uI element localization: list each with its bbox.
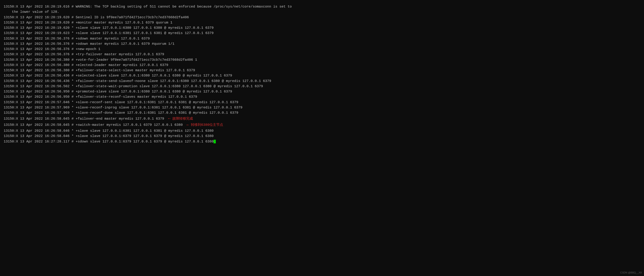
log-line: 13150:X 13 Apr 2022 16:20:19.620 * +slav…	[4, 25, 640, 31]
watermark: CSDN @BBQ__X8	[620, 271, 642, 275]
cursor	[214, 140, 216, 143]
log-line-annotated: 13150:X 13 Apr 2022 16:26:58.045 # +swit…	[4, 122, 640, 128]
log-line: 13150:X 13 Apr 2022 16:26:56.436 # +sele…	[4, 73, 640, 78]
log-line: 13150:X 13 Apr 2022 16:26:56.436 * +fail…	[4, 79, 640, 84]
log-line: 13150:X 13 Apr 2022 16:26:56.950 # +fail…	[4, 94, 640, 100]
log-line: 13150:X 13 Apr 2022 16:26:56.376 # +try-…	[4, 52, 640, 57]
log-line-annotated: 13150:X 13 Apr 2022 16:26:58.045 # +fail…	[4, 116, 640, 122]
annotation-label: 转移到6380位主节点	[191, 122, 223, 128]
log-line: 13150:X 13 Apr 2022 16:26:56.380 # +elec…	[4, 63, 640, 68]
log-line: 13150:X 13 Apr 2022 16:26:58.046 * +slav…	[4, 134, 640, 139]
log-text: 13150:X 13 Apr 2022 16:26:58.045 # +swit…	[4, 122, 185, 128]
log-line: 13150:X 13 Apr 2022 16:26:57.969 * +slav…	[4, 105, 640, 110]
log-line: 13150:X 13 Apr 2022 16:26:57.046 * +slav…	[4, 100, 640, 105]
log-line: 13150:X 13 Apr 2022 16:26:56.502 * +fail…	[4, 84, 640, 89]
annotation-arrow: ←	[168, 116, 170, 122]
terminal: 13150:X 13 Apr 2022 16:20:19.616 # WARNI…	[1, 2, 643, 146]
annotation-arrow: ←	[186, 122, 189, 128]
log-line: 13150:X 13 Apr 2022 16:20:19.616 # WARNI…	[4, 4, 640, 9]
log-line: 13150:X 13 Apr 2022 16:20:19.620 # +moni…	[4, 20, 640, 25]
log-line: 13150:X 13 Apr 2022 16:20:19.623 * +slav…	[4, 31, 640, 36]
annotation-label: 故障转移完成	[172, 116, 193, 122]
log-line: 13150:X 13 Apr 2022 16:26:56.376 # +odow…	[4, 41, 640, 47]
log-line: 13150:X 13 Apr 2022 16:26:56.380 # +vote…	[4, 57, 640, 63]
log-line: the lower value of 128.	[4, 9, 640, 15]
log-text: 13150:X 13 Apr 2022 16:26:58.045 # +fail…	[4, 116, 166, 122]
log-line: 13150:X 13 Apr 2022 16:26:56.376 # +new-…	[4, 47, 640, 52]
log-line: 13150:X 13 Apr 2022 16:26:56.380 # +fail…	[4, 68, 640, 73]
log-line: 13150:X 13 Apr 2022 16:26:57.969 * +slav…	[4, 110, 640, 116]
log-line: 13150:X 13 Apr 2022 16:26:56.376 # +sdow…	[4, 36, 640, 41]
log-line: 13150:X 13 Apr 2022 16:26:58.046 * +slav…	[4, 128, 640, 134]
log-line: 13150:X 13 Apr 2022 16:27:28.117 # +sdow…	[4, 139, 640, 144]
log-line: 13150:X 13 Apr 2022 16:20:19.620 # Senti…	[4, 15, 640, 20]
log-line: 13150:X 13 Apr 2022 16:26:56.950 # +prom…	[4, 89, 640, 94]
